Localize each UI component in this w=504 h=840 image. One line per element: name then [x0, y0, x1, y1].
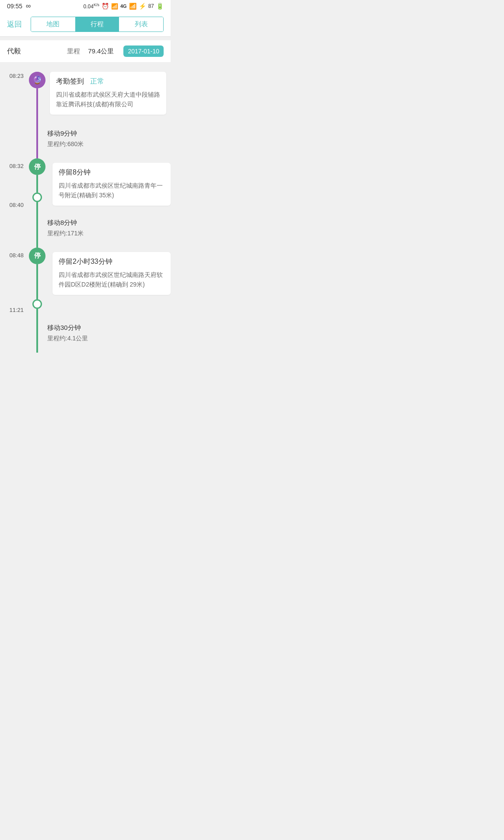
move-vert-3 [36, 318, 38, 353]
status-bar: 09:55 ∞ 0.04K/s ⏰ 📶 4G 📶 ⚡ 87 🔋 [0, 0, 171, 12]
stop-1-times: 08:32 08:40 [0, 158, 27, 213]
card-title-stop-1: 停留8分钟 [59, 168, 164, 177]
move-line-col-3 [27, 318, 47, 353]
stop-1-card-col: 停留8分钟 四川省成都市武侯区世纪城南路青年一号附近(精确到 35米) [47, 158, 171, 213]
move-duration-1: 移动9分钟 [47, 130, 166, 138]
card-stop-1: 停留8分钟 四川省成都市武侯区世纪城南路青年一号附近(精确到 35米) [52, 163, 171, 206]
move-duration-2: 移动8分钟 [47, 219, 166, 227]
clock-icon: ⏰ [102, 3, 109, 10]
tab-group: 地图 行程 列表 [31, 17, 164, 32]
move-line-col-2 [27, 213, 47, 248]
move-duration-3: 移动30分钟 [47, 324, 166, 332]
line-after-checkin [36, 88, 38, 123]
fingerprint-icon: 🔮 [32, 75, 42, 85]
move-vert-2 [36, 213, 38, 248]
date-badge: 2017-01-10 [123, 46, 164, 57]
move-distance-1: 里程约:680米 [47, 140, 166, 148]
mileage-label: 里程 [67, 47, 80, 56]
card-title-checkin: 考勤签到 正常 [56, 77, 160, 86]
stop-1-line-col: 停 [27, 158, 47, 213]
status-time: 09:55 [7, 3, 22, 10]
movement-3: 移动30分钟 里程约:4.1公里 [0, 318, 171, 353]
movement-2: 移动8分钟 里程约:171米 [0, 213, 171, 248]
tab-list[interactable]: 列表 [119, 17, 163, 32]
stop-1-time-top: 08:32 [9, 158, 24, 169]
move-content-1: 移动9分钟 里程约:680米 [47, 123, 171, 154]
driver-name: 代毅 [7, 47, 21, 56]
back-button[interactable]: 返回 [7, 19, 22, 29]
signal-bars-icon: 📶 [129, 3, 136, 10]
spacer-stop-2b [36, 309, 38, 318]
node-stop-1-end [32, 192, 42, 202]
timeline-event-checkin: 08:23 🔮 考勤签到 正常 四川省成都市武侯区天府大道中段辅路靠近腾讯科技(… [0, 66, 171, 123]
tab-map[interactable]: 地图 [31, 17, 75, 32]
card-title-stop-2: 停留2小时33分钟 [59, 257, 164, 266]
stop-2-time-bottom: 11:21 [9, 307, 24, 318]
nav-bar: 返回 地图 行程 列表 [0, 12, 171, 37]
stop-2: 08:48 11:21 停 停留2小时33分钟 四川省成都市武侯区世纪城南路天府… [0, 248, 171, 318]
lightning-icon: ⚡ [139, 3, 146, 10]
battery-icon: 🔋 [156, 3, 164, 10]
wifi-icon: 📶 [111, 3, 118, 10]
move-distance-3: 里程约:4.1公里 [47, 335, 166, 343]
card-checkin: 考勤签到 正常 四川省成都市武侯区天府大道中段辅路靠近腾讯科技(成都)有限公司 [50, 72, 166, 115]
move-content-2: 移动8分钟 里程约:171米 [47, 213, 171, 244]
line-col-0: 🔮 [27, 72, 47, 123]
timeline: 08:23 🔮 考勤签到 正常 四川省成都市武侯区天府大道中段辅路靠近腾讯科技(… [0, 66, 171, 366]
info-row: 代毅 里程 79.4公里 2017-01-10 [0, 40, 171, 62]
status-right: 0.04K/s ⏰ 📶 4G 📶 ⚡ 87 🔋 [84, 3, 164, 10]
speed-display: 0.04K/s [84, 3, 99, 10]
move-line-col-1 [27, 123, 47, 158]
stop-1-icon: 停 [34, 163, 41, 171]
stop-2-card-col: 停留2小时33分钟 四川省成都市武侯区世纪城南路天府软件园D区D2楼附近(精确到… [47, 248, 171, 318]
status-normal: 正常 [90, 77, 104, 85]
move-content-3: 移动30分钟 里程约:4.1公里 [47, 318, 171, 349]
tab-trip[interactable]: 行程 [75, 17, 119, 32]
infinity-icon: ∞ [26, 2, 31, 10]
move-vert-1 [36, 123, 38, 158]
spacer-stop-1 [36, 175, 38, 192]
stop-1: 08:32 08:40 停 停留8分钟 四川省成都市武侯区世纪城南路青年一号附近… [0, 158, 171, 213]
movement-1: 移动9分钟 里程约:680米 [0, 123, 171, 158]
card-address-checkin: 四川省成都市武侯区天府大道中段辅路靠近腾讯科技(成都)有限公司 [56, 90, 160, 109]
stop-2-icon: 停 [34, 252, 41, 260]
signal-icon: 4G [120, 4, 127, 9]
card-stop-2: 停留2小时33分钟 四川省成都市武侯区世纪城南路天府软件园D区D2楼附近(精确到… [52, 252, 171, 295]
spacer-stop-1b [36, 202, 38, 213]
stop-2-time-top: 08:48 [9, 248, 24, 259]
card-address-stop-1: 四川省成都市武侯区世纪城南路青年一号附近(精确到 35米) [59, 181, 164, 200]
node-stop-2-end [32, 299, 42, 309]
stop-1-time-bottom: 08:40 [9, 202, 24, 213]
stop-2-line-col: 停 [27, 248, 47, 318]
time-0823: 08:23 [0, 72, 27, 79]
spacer-stop-2 [36, 264, 38, 299]
card-address-stop-2: 四川省成都市武侯区世纪城南路天府软件园D区D2楼附近(精确到 29米) [59, 270, 164, 290]
node-stop-1: 停 [29, 158, 46, 175]
stop-2-times: 08:48 11:21 [0, 248, 27, 318]
battery-display: 87 [148, 3, 154, 9]
node-stop-2: 停 [29, 248, 46, 264]
move-distance-2: 里程约:171米 [47, 230, 166, 238]
mileage-value: 79.4公里 [88, 47, 114, 56]
node-checkin: 🔮 [29, 72, 46, 88]
